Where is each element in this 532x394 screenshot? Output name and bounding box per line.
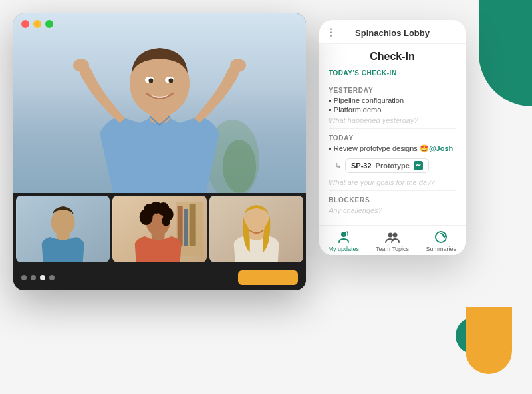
person-wave-icon (336, 230, 351, 244)
refresh-circle-icon (434, 230, 448, 244)
todays-checkin-heading: TODAY'S CHECK-IN (329, 69, 456, 77)
dot-4[interactable] (49, 275, 55, 280)
people-icon (385, 230, 400, 244)
main-video (13, 13, 306, 193)
menu-dots-icon[interactable] (330, 28, 332, 37)
svg-rect-16 (184, 209, 188, 246)
checkin-title: Check-In (329, 51, 456, 63)
dot-1[interactable] (21, 275, 27, 280)
yesterday-heading: YESTERDAY (329, 87, 456, 94)
thumbnail-3[interactable] (209, 196, 303, 262)
nav-my-updates-label: My updates (328, 246, 359, 252)
end-call-button[interactable] (238, 270, 298, 285)
blockers-heading: BLOCKERS (329, 196, 456, 204)
thumbnail-row (13, 193, 306, 265)
dot-3[interactable] (40, 275, 45, 280)
maximize-button[interactable] (45, 20, 53, 28)
svg-point-7 (169, 79, 174, 83)
blockers-placeholder[interactable]: Any challenges? (329, 206, 456, 214)
today-heading: TODAY (329, 134, 456, 142)
svg-point-1 (223, 140, 256, 193)
mobile-app-panel: Spinachios Lobby Check-In TODAY'S CHECK-… (319, 20, 466, 255)
yesterday-item-2: • Platform demo (329, 106, 456, 114)
divider-2 (329, 128, 456, 129)
svg-point-12 (51, 209, 75, 236)
ticket-name: Prototype (376, 162, 410, 170)
nav-my-updates[interactable]: My updates (319, 230, 368, 252)
app-title: Spinachios Lobby (355, 28, 430, 38)
svg-rect-17 (190, 204, 196, 246)
bg-teal-top (479, 0, 532, 106)
nav-summaries-label: Summaries (426, 246, 457, 252)
svg-point-31 (392, 233, 397, 238)
nav-team-topics[interactable]: Team Topics (368, 230, 416, 252)
mobile-content: Check-In TODAY'S CHECK-IN YESTERDAY • Pi… (319, 44, 466, 225)
pagination-dots (21, 275, 55, 280)
svg-point-9 (230, 59, 246, 72)
svg-point-8 (73, 59, 89, 72)
today-placeholder[interactable]: What are your goals for the day? (329, 178, 456, 186)
thumbnail-2[interactable] (112, 196, 206, 262)
mobile-bottom-nav: My updates Team Topics (319, 225, 466, 255)
thumbnail-1[interactable] (16, 196, 110, 262)
main-speaker-avatar (47, 13, 273, 193)
bg-gold-shape (466, 307, 512, 374)
nav-summaries[interactable]: Summaries (417, 230, 466, 252)
dot-2[interactable] (31, 275, 36, 280)
divider-3 (329, 190, 456, 191)
thumbnail-person-1 (16, 196, 110, 262)
divider-1 (329, 81, 456, 81)
svg-point-29 (341, 232, 346, 237)
svg-point-25 (162, 216, 170, 226)
video-window (13, 13, 306, 290)
video-controls-bar (13, 265, 306, 290)
svg-point-30 (388, 233, 392, 238)
ticket-link-icon (414, 161, 423, 170)
ticket-id: SP-32 (351, 162, 372, 170)
window-controls (21, 20, 53, 28)
thumbnail-person-3 (209, 196, 303, 262)
minimize-button[interactable] (33, 20, 41, 28)
mobile-header: Spinachios Lobby (319, 20, 466, 44)
svg-point-6 (149, 79, 154, 83)
nav-team-topics-label: Team Topics (376, 246, 409, 252)
close-button[interactable] (21, 20, 29, 28)
today-item-1: • Review prototype designs 🤩@Josh (329, 144, 456, 153)
yesterday-placeholder[interactable]: What happened yesterday? (329, 116, 456, 124)
ticket-chip-row: ↳ SP-32 Prototype (335, 156, 456, 176)
yesterday-item-1: • Pipeline configuration (329, 97, 456, 104)
thumbnail-person-2 (112, 196, 206, 262)
ticket-chip[interactable]: SP-32 Prototype (345, 158, 429, 173)
